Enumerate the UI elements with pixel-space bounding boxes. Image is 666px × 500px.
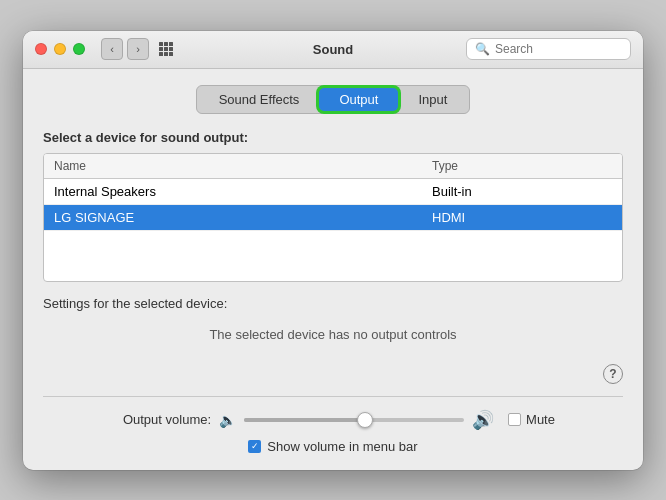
- search-input[interactable]: [495, 42, 622, 56]
- volume-label: Output volume:: [111, 412, 211, 427]
- device-section-label: Select a device for sound output:: [43, 130, 623, 145]
- speaker-low-icon: 🔈: [219, 412, 236, 428]
- device-table: Name Type Internal Speakers Built-in LG …: [43, 153, 623, 282]
- titlebar: ‹ › Sound 🔍: [23, 31, 643, 69]
- help-area: ?: [43, 364, 623, 384]
- col-type-header: Type: [432, 159, 612, 173]
- no-controls-message: The selected device has no output contro…: [43, 321, 623, 348]
- speaker-high-icon: 🔊: [472, 409, 494, 431]
- tab-sound-effects[interactable]: Sound Effects: [199, 88, 320, 111]
- traffic-lights: [35, 43, 85, 55]
- tab-group: Sound Effects Output Input: [196, 85, 471, 114]
- grid-icon: [159, 42, 173, 56]
- help-button[interactable]: ?: [603, 364, 623, 384]
- table-row[interactable]: Internal Speakers Built-in: [44, 179, 622, 205]
- tabs-container: Sound Effects Output Input: [43, 85, 623, 114]
- search-icon: 🔍: [475, 42, 490, 56]
- maximize-button[interactable]: [73, 43, 85, 55]
- showvol-row: ✓ Show volume in menu bar: [43, 439, 623, 454]
- nav-buttons: ‹ ›: [101, 38, 149, 60]
- search-box[interactable]: 🔍: [466, 38, 631, 60]
- table-row[interactable]: LG SIGNAGE HDMI: [44, 205, 622, 231]
- back-button[interactable]: ‹: [101, 38, 123, 60]
- settings-label: Settings for the selected device:: [43, 296, 623, 311]
- device-type-0: Built-in: [432, 184, 612, 199]
- device-name-0: Internal Speakers: [54, 184, 432, 199]
- table-empty-space: [44, 231, 622, 281]
- volume-row: Output volume: 🔈 🔊 Mute: [43, 409, 623, 431]
- volume-slider-fill: [244, 418, 365, 422]
- window-title: Sound: [313, 42, 353, 57]
- col-name-header: Name: [54, 159, 432, 173]
- volume-slider[interactable]: [244, 418, 464, 422]
- minimize-button[interactable]: [54, 43, 66, 55]
- device-type-1: HDMI: [432, 210, 612, 225]
- mute-label: Mute: [526, 412, 555, 427]
- close-button[interactable]: [35, 43, 47, 55]
- table-header: Name Type: [44, 154, 622, 179]
- showvol-checkbox[interactable]: ✓: [248, 440, 261, 453]
- showvol-label: Show volume in menu bar: [267, 439, 417, 454]
- device-name-1: LG SIGNAGE: [54, 210, 432, 225]
- volume-slider-thumb[interactable]: [357, 412, 373, 428]
- content-area: Sound Effects Output Input Select a devi…: [23, 69, 643, 470]
- tab-output[interactable]: Output: [319, 88, 398, 111]
- tab-input[interactable]: Input: [398, 88, 467, 111]
- bottom-controls: Output volume: 🔈 🔊 Mute ✓ Show volume in…: [43, 396, 623, 454]
- main-window: ‹ › Sound 🔍 Sound Effects Output Input: [23, 31, 643, 470]
- mute-checkbox[interactable]: [508, 413, 521, 426]
- grid-view-button[interactable]: [155, 38, 177, 60]
- forward-button[interactable]: ›: [127, 38, 149, 60]
